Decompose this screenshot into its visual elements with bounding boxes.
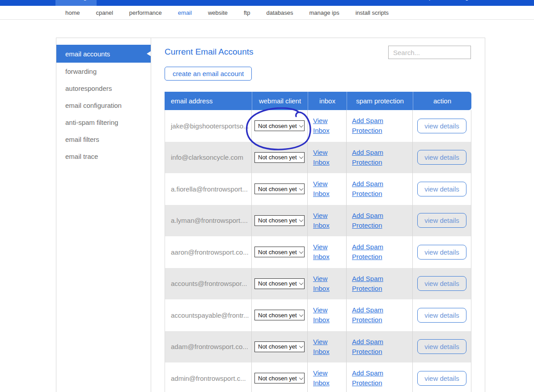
nav-item-install-scripts[interactable]: install scripts [356,9,389,16]
inbox-cell: View Inbox [308,173,347,205]
webmail-client-cell: Not chosen yet [252,331,308,363]
action-cell: view details [413,142,471,174]
secondary-navigation: home cpanel performance email website ft… [0,6,534,20]
add-spam-protection-link[interactable]: Add Spam Protection [352,148,390,167]
view-inbox-link[interactable]: View Inbox [313,179,335,199]
webmail-client-select[interactable]: Not chosen yet [254,215,305,226]
column-header-email-address: email address [165,92,252,110]
main-panel: email accounts forwarding autoresponders… [56,38,485,392]
webmail-client-select[interactable]: Not chosen yet [254,120,305,131]
webmail-client-select-value: Not chosen yet [258,186,297,192]
nav-item-performance[interactable]: performance [129,9,162,16]
sidebar-item-email-accounts[interactable]: email accounts [56,45,151,63]
webmail-client-select-value: Not chosen yet [258,249,297,256]
topnav-item-hosting[interactable]: hosting [55,0,97,6]
webmail-client-cell: Not chosen yet [252,268,308,300]
view-details-button[interactable]: view details [417,119,466,133]
nav-item-manage-ips[interactable]: manage ips [309,9,339,16]
spam-protection-cell: Add Spam Protection [347,362,413,392]
webmail-client-select[interactable]: Not chosen yet [254,183,305,194]
webmail-client-select[interactable]: Not chosen yet [254,152,305,163]
add-spam-protection-link[interactable]: Add Spam Protection [352,274,390,294]
action-cell: view details [413,268,471,300]
inbox-cell: View Inbox [308,110,347,142]
column-header-webmail-client: webmail client [252,92,308,110]
view-inbox-link[interactable]: View Inbox [313,368,335,388]
view-details-button[interactable]: view details [417,245,466,260]
webmail-client-cell: Not chosen yet [252,299,308,331]
top-navigation-bar: hosting domains addons account cart ? he… [0,0,534,6]
view-details-button[interactable]: view details [417,150,466,165]
webmail-client-cell: Not chosen yet [252,110,308,142]
search-input[interactable] [388,46,471,59]
webmail-client-select-value: Not chosen yet [258,123,297,129]
email-accounts-table: email address webmail client inbox spam … [165,92,471,392]
view-details-button[interactable]: view details [417,308,466,323]
view-inbox-link[interactable]: View Inbox [313,211,335,230]
topnav-item-addons[interactable]: addons [142,0,183,6]
add-spam-protection-link[interactable]: Add Spam Protection [352,337,390,357]
add-spam-protection-link[interactable]: Add Spam Protection [352,368,390,388]
sidebar-item-email-trace[interactable]: email trace [56,148,151,165]
webmail-client-select-value: Not chosen yet [258,217,297,224]
action-cell: view details [413,331,471,363]
view-inbox-link[interactable]: View Inbox [313,242,335,262]
nav-item-email[interactable]: email [178,9,192,16]
sidebar-item-email-filters[interactable]: email filters [56,131,151,148]
view-details-button[interactable]: view details [417,371,466,386]
webmail-client-select[interactable]: Not chosen yet [254,373,305,383]
spam-protection-cell: Add Spam Protection [347,299,413,331]
view-inbox-link[interactable]: View Inbox [313,305,335,325]
add-spam-protection-link[interactable]: Add Spam Protection [352,242,390,262]
webmail-client-select-value: Not chosen yet [258,375,297,382]
view-inbox-link[interactable]: View Inbox [313,116,335,136]
chevron-down-icon [299,186,303,191]
view-inbox-link[interactable]: View Inbox [313,274,335,294]
webmail-client-select[interactable]: Not chosen yet [254,310,305,320]
email-address: admin@frontrowsport.c... [165,362,252,392]
add-spam-protection-link[interactable]: Add Spam Protection [352,211,390,230]
view-details-button[interactable]: view details [417,276,466,291]
logout-button[interactable]: logout [449,0,478,0]
help-button[interactable]: ? help [410,0,432,0]
sidebar-item-anti-spam-filtering[interactable]: anti-spam filtering [56,114,151,131]
add-spam-protection-link[interactable]: Add Spam Protection [352,305,390,325]
view-inbox-link[interactable]: View Inbox [313,148,335,167]
sidebar-item-forwarding[interactable]: forwarding [56,63,151,80]
nav-item-website[interactable]: website [208,9,228,16]
create-email-account-button[interactable]: create an email account [165,67,252,81]
webmail-client-select[interactable]: Not chosen yet [254,278,305,289]
topnav-label: hosting [65,0,87,0]
topnav-item-domains[interactable]: domains [97,0,142,6]
inbox-cell: View Inbox [308,268,347,300]
view-details-button[interactable]: view details [417,339,466,354]
cart-button[interactable]: cart [372,0,393,0]
webmail-client-cell: Not chosen yet [252,236,308,268]
logout-label: logout [460,0,478,0]
webmail-client-select[interactable]: Not chosen yet [254,247,305,257]
nav-item-home[interactable]: home [65,9,80,16]
add-spam-protection-link[interactable]: Add Spam Protection [352,179,390,199]
add-spam-protection-link[interactable]: Add Spam Protection [352,116,390,136]
webmail-client-select-value: Not chosen yet [258,312,297,319]
webmail-client-select-value: Not chosen yet [258,280,297,287]
view-inbox-link[interactable]: View Inbox [313,337,335,357]
email-address: aaron@frontrowsport.co... [165,236,252,268]
view-details-button[interactable]: view details [417,213,466,228]
sidebar-item-autoresponders[interactable]: autoresponders [56,80,151,97]
view-details-button[interactable]: view details [417,182,466,196]
spam-protection-cell: Add Spam Protection [347,110,413,142]
nav-item-databases[interactable]: databases [266,9,293,16]
topnav-item-account[interactable]: account [183,0,227,6]
chevron-down-icon [299,281,303,285]
sidebar-item-email-configuration[interactable]: email configuration [56,97,151,114]
cart-label: cart [382,0,393,0]
help-label: help [420,0,432,0]
email-address: a.fiorella@frontrowsport... [165,173,252,205]
inbox-cell: View Inbox [308,362,347,392]
spam-protection-cell: Add Spam Protection [347,268,413,300]
nav-item-ftp[interactable]: ftp [244,9,250,16]
webmail-client-select-value: Not chosen yet [258,343,297,350]
nav-item-cpanel[interactable]: cpanel [96,9,113,16]
webmail-client-select[interactable]: Not chosen yet [254,341,305,352]
